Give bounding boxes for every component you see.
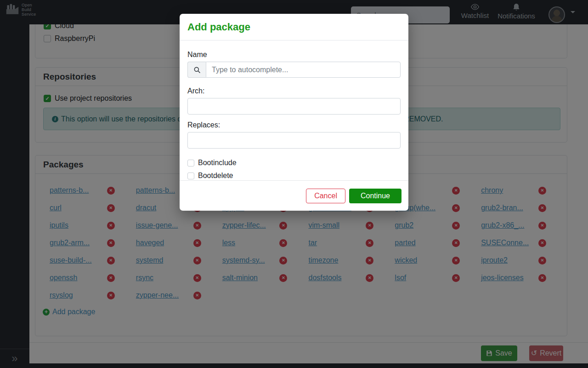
autocomplete-search-icon xyxy=(187,62,206,78)
screen: CloudRaspberryPi Repositories Use projec… xyxy=(0,0,588,368)
replaces-label: Replaces: xyxy=(187,121,401,129)
bootdelete-label: Bootdelete xyxy=(198,172,233,180)
bootinclude-checkbox[interactable] xyxy=(187,160,194,167)
modal-footer: Cancel Continue xyxy=(180,180,408,211)
name-input-group xyxy=(187,62,401,78)
arch-input[interactable] xyxy=(187,98,401,115)
modal-title: Add package xyxy=(187,21,250,33)
continue-button[interactable]: Continue xyxy=(349,189,401,203)
name-label: Name xyxy=(187,51,401,59)
bootdelete-checkbox[interactable] xyxy=(187,172,194,179)
modal-checkbox-list: BootincludeBootdelete xyxy=(187,159,401,180)
modal-checkbox-row: Bootdelete xyxy=(187,172,401,180)
replaces-input[interactable] xyxy=(187,132,401,149)
add-package-modal: Add package Name Arch: Replaces: Bootinc… xyxy=(180,14,408,211)
modal-checkbox-row: Bootinclude xyxy=(187,159,401,167)
arch-label: Arch: xyxy=(187,87,401,95)
cancel-button[interactable]: Cancel xyxy=(306,189,345,203)
package-name-input[interactable] xyxy=(206,62,401,78)
modal-body: Name Arch: Replaces: BootincludeBootdele… xyxy=(180,40,408,180)
modal-header: Add package xyxy=(180,14,408,40)
bootinclude-label: Bootinclude xyxy=(198,159,237,167)
